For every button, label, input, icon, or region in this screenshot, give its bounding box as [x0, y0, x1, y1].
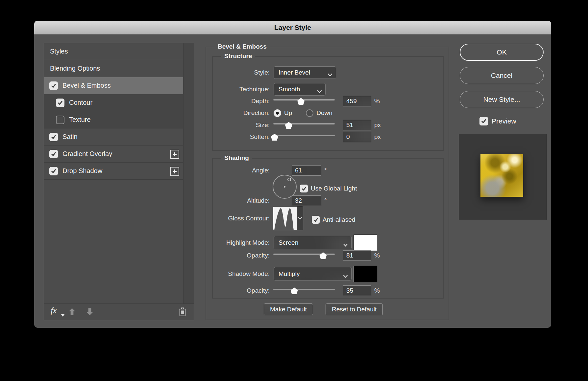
style-dropdown[interactable]: Inner Bevel — [274, 66, 336, 79]
gloss-contour-dropdown[interactable] — [297, 207, 303, 230]
shadow-opacity-input[interactable]: 35 — [343, 285, 371, 296]
shadow-opacity-slider[interactable] — [273, 287, 335, 295]
soften-label: Soften: — [213, 133, 270, 141]
soften-slider[interactable] — [273, 133, 335, 141]
highlight-color-swatch[interactable] — [354, 235, 377, 251]
size-unit: px — [374, 122, 381, 129]
add-effect-button[interactable] — [170, 167, 179, 176]
sidebar-item-texture[interactable]: Texture — [44, 111, 183, 128]
highlight-opacity-unit: % — [374, 252, 380, 259]
panel-title: Bevel & Emboss — [215, 43, 270, 50]
shadow-opacity-label: Opacity: — [213, 287, 270, 294]
size-input[interactable]: 51 — [343, 120, 371, 130]
sidebar-item-gradient-overlay[interactable]: Gradient Overlay — [44, 146, 183, 163]
highlight-mode-label: Highlight Mode: — [213, 239, 270, 246]
sidebar-scrollbar[interactable] — [183, 43, 194, 303]
soften-input[interactable]: 0 — [343, 132, 371, 142]
technique-dropdown[interactable]: Smooth — [274, 83, 326, 96]
shadow-mode-dropdown[interactable]: Multiply — [274, 267, 352, 280]
altitude-input[interactable]: 32 — [292, 195, 321, 206]
depth-slider-track[interactable] — [273, 99, 335, 101]
move-effect-down-icon[interactable] — [86, 307, 94, 317]
direction-up-radio[interactable] — [274, 109, 281, 117]
make-default-button[interactable]: Make Default — [264, 303, 313, 315]
highlight-mode-value: Screen — [279, 239, 298, 246]
fx-menu-button[interactable]: fx — [51, 306, 57, 315]
chevron-down-icon — [317, 88, 322, 95]
checkbox-checked-icon[interactable] — [49, 81, 58, 90]
angle-unit: ° — [324, 167, 327, 174]
preview-panel — [459, 134, 547, 220]
sidebar-item-contour[interactable]: Contour — [44, 94, 183, 111]
angle-label: Angle: — [213, 167, 270, 174]
highlight-opacity-input[interactable]: 81 — [343, 250, 371, 261]
sidebar-item-bevel-emboss[interactable]: Bevel & Emboss — [44, 77, 183, 94]
dialog-title: Layer Style — [274, 24, 311, 32]
soften-unit: px — [374, 133, 381, 141]
style-value: Inner Bevel — [279, 69, 310, 76]
style-preview-thumbnail — [480, 154, 523, 197]
anti-aliased-checkbox[interactable] — [312, 216, 320, 224]
sidebar-item-label: Texture — [69, 116, 91, 123]
preview-label: Preview — [492, 117, 516, 125]
chevron-down-icon — [343, 272, 348, 280]
altitude-unit: ° — [324, 197, 327, 204]
sidebar-item-styles[interactable]: Styles — [44, 43, 183, 60]
depth-input[interactable]: 459 — [343, 96, 371, 106]
checkbox-checked-icon[interactable] — [49, 167, 58, 175]
cancel-button[interactable]: Cancel — [460, 67, 544, 84]
add-effect-button[interactable] — [170, 150, 179, 159]
shadow-opacity-unit: % — [374, 287, 380, 294]
gloss-contour-label: Gloss Contour: — [213, 215, 270, 222]
sidebar-item-drop-shadow[interactable]: Drop Shadow — [44, 163, 183, 180]
size-slider[interactable] — [273, 121, 335, 129]
delete-effect-icon[interactable] — [178, 307, 187, 318]
use-global-light-label: Use Global Light — [311, 185, 357, 192]
use-global-light-checkbox[interactable] — [300, 185, 308, 192]
direction-down-radio[interactable] — [306, 109, 313, 117]
sidebar-item-label: Satin — [62, 133, 78, 141]
checkbox-checked-icon[interactable] — [49, 133, 58, 141]
angle-input[interactable]: 61 — [292, 165, 321, 176]
gloss-contour-thumbnail[interactable] — [273, 207, 297, 230]
anti-aliased-label: Anti-aliased — [323, 216, 355, 223]
chevron-down-icon — [328, 71, 332, 78]
size-slider-track[interactable] — [273, 123, 335, 124]
highlight-mode-dropdown[interactable]: Screen — [274, 236, 352, 249]
preview-toggle: Preview — [479, 117, 516, 125]
depth-label: Depth: — [213, 98, 270, 105]
soften-slider-track[interactable] — [273, 135, 335, 136]
title-bar[interactable]: Layer Style — [34, 21, 551, 34]
structure-group: Structure Style: Inner Bevel Technique: … — [212, 56, 444, 151]
layer-style-dialog: Layer Style Styles Blending Options Beve… — [34, 21, 551, 328]
sidebar-item-label: Blending Options — [50, 65, 100, 72]
sidebar-item-label: Bevel & Emboss — [62, 82, 111, 89]
checkbox-checked-icon[interactable] — [49, 150, 58, 158]
sidebar-item-label: Gradient Overlay — [62, 150, 112, 158]
shadow-color-swatch[interactable] — [354, 266, 377, 282]
gloss-contour-picker[interactable] — [273, 206, 303, 230]
technique-label: Technique: — [213, 86, 270, 93]
new-style-button[interactable]: New Style... — [460, 91, 544, 108]
checkbox-checked-icon[interactable] — [56, 99, 64, 107]
size-label: Size: — [213, 122, 270, 129]
structure-group-title: Structure — [221, 53, 255, 60]
depth-slider[interactable] — [273, 97, 335, 105]
highlight-opacity-slider[interactable] — [273, 252, 335, 259]
depth-unit: % — [374, 98, 380, 105]
direction-down-label: Down — [316, 109, 332, 117]
shading-group: Shading Angle: 61 ° Use Global Light Alt… — [212, 158, 444, 299]
ok-button[interactable]: OK — [460, 44, 544, 61]
sidebar-item-blending-options[interactable]: Blending Options — [44, 60, 183, 77]
reset-to-default-button[interactable]: Reset to Default — [326, 303, 383, 315]
shadow-opacity-track[interactable] — [273, 289, 335, 290]
checkbox-unchecked-icon[interactable] — [56, 116, 64, 124]
sidebar-item-satin[interactable]: Satin — [44, 128, 183, 146]
direction-label: Direction: — [213, 109, 270, 117]
shadow-mode-value: Multiply — [279, 270, 300, 278]
move-effect-up-icon[interactable] — [68, 307, 76, 317]
preview-checkbox[interactable] — [479, 117, 488, 125]
sidebar-item-label: Contour — [69, 99, 92, 106]
dial-angle-marker — [287, 178, 291, 181]
technique-value: Smooth — [279, 86, 300, 93]
